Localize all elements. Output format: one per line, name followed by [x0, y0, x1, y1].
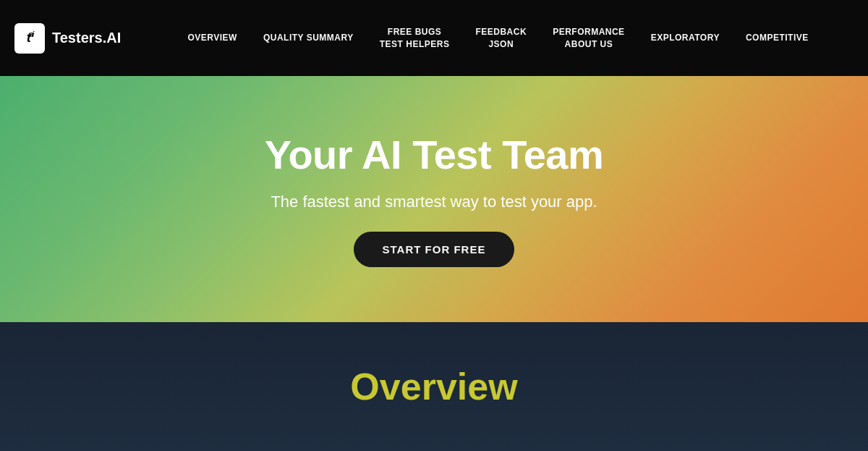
nav-competitive[interactable]: COMPETITIVE: [733, 26, 822, 50]
nav-exploratory[interactable]: EXPLORATORY: [638, 26, 733, 50]
logo-text: Testers.AI: [52, 30, 121, 46]
hero-section: Your AI Test Team The fastest and smarte…: [0, 76, 868, 322]
logo[interactable]: tai Testers.AI: [14, 23, 121, 54]
nav-free-bugs[interactable]: FREE BUGSTEST HELPERS: [367, 20, 463, 56]
overview-title: Overview: [350, 365, 517, 408]
nav-overview[interactable]: OVERVIEW: [174, 26, 250, 50]
header: tai Testers.AI OVERVIEW QUALITY SUMMARY …: [0, 0, 868, 76]
nav-feedback-json[interactable]: FEEDBACKJSON: [462, 20, 540, 56]
nav-quality-summary[interactable]: QUALITY SUMMARY: [250, 26, 367, 50]
hero-subtitle: The fastest and smartest way to test you…: [271, 193, 597, 211]
nav-performance[interactable]: PERFORMANCEAbout Us: [540, 20, 638, 56]
start-for-free-button[interactable]: START FOR FREE: [354, 232, 515, 267]
overview-section: Overview: [0, 322, 868, 451]
main-nav: OVERVIEW QUALITY SUMMARY FREE BUGSTEST H…: [142, 20, 854, 56]
hero-title: Your AI Test Team: [265, 131, 604, 178]
logo-icon: tai: [14, 23, 45, 54]
